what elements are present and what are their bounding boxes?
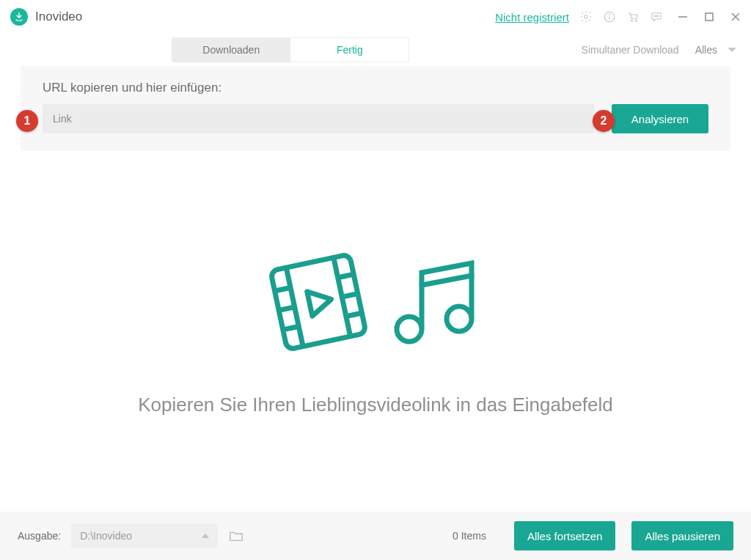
svg-line-17 — [279, 306, 295, 310]
output-path-select[interactable]: D:\Inovideo — [71, 523, 218, 548]
simultaneous-download-label: Simultaner Download — [582, 44, 679, 56]
analyze-button[interactable]: Analysieren — [612, 104, 708, 133]
svg-point-7 — [656, 15, 656, 16]
simultaneous-download-select[interactable]: Alles — [691, 41, 741, 59]
not-registered-link[interactable]: Nicht registriert — [495, 11, 569, 23]
film-icon — [263, 247, 373, 357]
svg-point-3 — [609, 14, 610, 15]
open-folder-button[interactable] — [228, 528, 244, 544]
chevron-down-icon — [728, 48, 736, 52]
close-button[interactable] — [730, 12, 741, 22]
items-count: 0 Items — [453, 530, 486, 542]
svg-point-24 — [447, 306, 472, 331]
tab-download[interactable]: Downloaden — [172, 37, 290, 62]
url-input[interactable] — [43, 104, 594, 133]
title-bar: Inovideo Nicht registriert — [0, 0, 751, 34]
feedback-icon[interactable] — [650, 10, 663, 23]
resume-all-button[interactable]: Alles fortsetzen — [514, 521, 616, 550]
url-instruction-label: URL kopieren und hier einfügen: — [43, 81, 708, 95]
pause-all-button[interactable]: Alles pausieren — [631, 521, 733, 550]
simultaneous-download-value: Alles — [695, 44, 717, 56]
url-panel: URL kopieren und hier einfügen: Analysie… — [21, 66, 730, 151]
svg-line-22 — [422, 276, 472, 285]
music-note-icon — [385, 247, 488, 357]
app-title: Inovideo — [35, 10, 82, 24]
svg-line-21 — [346, 312, 362, 316]
svg-line-20 — [342, 293, 358, 297]
svg-point-23 — [397, 317, 422, 342]
minimize-button[interactable] — [678, 12, 688, 22]
cart-icon[interactable] — [626, 10, 640, 23]
svg-point-6 — [654, 15, 655, 16]
gear-icon[interactable] — [579, 10, 593, 23]
callout-1: 1 — [16, 110, 38, 132]
output-path-value: D:\Inovideo — [80, 530, 132, 542]
svg-line-18 — [283, 326, 299, 330]
chevron-up-icon — [202, 534, 209, 538]
tab-finished[interactable]: Fertig — [290, 37, 409, 62]
empty-illustration — [263, 247, 488, 357]
bottom-bar: Ausgabe: D:\Inovideo 0 Items Alles forts… — [0, 512, 751, 560]
callout-2: 2 — [593, 110, 615, 132]
svg-rect-10 — [706, 13, 713, 21]
info-icon[interactable] — [603, 10, 616, 23]
empty-message: Kopieren Sie Ihren Lieblingsvideolink in… — [138, 394, 613, 416]
svg-line-16 — [275, 287, 291, 291]
svg-point-0 — [585, 15, 588, 19]
empty-state: Kopieren Sie Ihren Lieblingsvideolink in… — [0, 151, 751, 512]
output-label: Ausgabe: — [18, 530, 61, 542]
svg-point-5 — [636, 20, 637, 21]
svg-line-19 — [338, 274, 354, 278]
app-logo — [10, 8, 28, 26]
svg-point-4 — [631, 20, 633, 21]
maximize-button[interactable] — [704, 12, 714, 22]
svg-point-8 — [658, 15, 659, 16]
tabs-row: Downloaden Fertig Simultaner Download Al… — [0, 34, 751, 66]
